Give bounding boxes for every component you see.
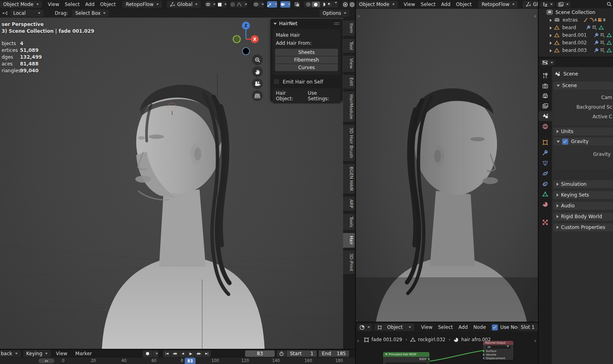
beard-001-expand-arrow[interactable] bbox=[550, 32, 554, 38]
use-nodes-checkbox[interactable] bbox=[492, 324, 498, 330]
play-button[interactable]: ▶ bbox=[187, 350, 195, 357]
sidebar-tab-3d-hair-brush[interactable]: 3D Hair Brush bbox=[343, 124, 355, 161]
hair-model-dropdown[interactable] bbox=[383, 362, 429, 364]
keying-sets-panel-header[interactable]: Keying Sets bbox=[553, 191, 613, 199]
end-frame-field[interactable]: End185 bbox=[319, 350, 349, 357]
sidebar-tab-item[interactable]: Item bbox=[343, 20, 355, 36]
audio-panel-header[interactable]: Audio bbox=[553, 202, 613, 210]
current-frame-field[interactable]: 83 bbox=[245, 350, 275, 357]
sidebar-tab-edit[interactable]: Edit bbox=[343, 74, 355, 89]
start-frame-field[interactable]: Start1 bbox=[287, 350, 317, 357]
render-preview-icon[interactable] bbox=[342, 1, 348, 8]
orientation-dropdown-right[interactable]: Global bbox=[523, 1, 538, 8]
retopoflow-dropdown[interactable]: RetopoFlow bbox=[122, 1, 162, 8]
particles-tab-icon[interactable] bbox=[542, 160, 548, 166]
shader-menu-node[interactable]: Node bbox=[471, 324, 489, 331]
world-tab-icon[interactable] bbox=[542, 123, 548, 129]
shader-canvas[interactable]: Material Output All Surface Volume Displ… bbox=[356, 332, 538, 364]
menu-add[interactable]: Add bbox=[82, 1, 97, 8]
output-tab-icon[interactable] bbox=[542, 93, 548, 99]
outliner-search-icon[interactable] bbox=[607, 2, 612, 7]
custom-properties-panel-header[interactable]: Custom Properties bbox=[553, 223, 613, 231]
sidebar-tab-3d-print[interactable]: 3D-Print bbox=[343, 250, 355, 274]
sidebar-tab-tools[interactable]: Tools bbox=[343, 213, 355, 231]
visibility-icon[interactable] bbox=[254, 1, 264, 8]
separator-outliner-properties[interactable] bbox=[539, 57, 613, 58]
navigation-gizmo[interactable]: Z X bbox=[230, 19, 267, 59]
playback-dropdown[interactable]: back bbox=[0, 350, 21, 357]
outliner-row-scene-collection[interactable]: Scene Collection bbox=[539, 8, 613, 16]
material-output-node[interactable]: Material Output All Surface Volume Displ… bbox=[483, 341, 513, 360]
physics-tab-icon[interactable] bbox=[542, 171, 548, 177]
viewport-perspective-button[interactable] bbox=[252, 90, 263, 101]
bsdf-socket[interactable] bbox=[428, 358, 429, 360]
retopoflow-dropdown-right[interactable]: RetopoFlow bbox=[478, 1, 518, 8]
timeline-scrollbar[interactable]: ↔ bbox=[38, 358, 54, 363]
displacement-socket[interactable] bbox=[483, 357, 484, 359]
timeline-menu-marker[interactable]: Marker bbox=[72, 350, 94, 357]
viewport-zoom-button[interactable] bbox=[252, 54, 263, 65]
material-tab-icon[interactable] bbox=[542, 201, 548, 207]
shader-breadcrumb-left-arrow[interactable]: › bbox=[357, 338, 359, 344]
gravity-panel-header[interactable]: Gravity bbox=[553, 137, 613, 145]
shading-solid-icon[interactable] bbox=[312, 2, 320, 7]
mode-dropdown[interactable]: Object Mode bbox=[0, 1, 42, 8]
separator-vertical-main[interactable] bbox=[355, 0, 356, 364]
gravity-checkbox[interactable] bbox=[562, 139, 568, 145]
outliner-row-beard-003[interactable]: beard.003 bbox=[539, 46, 613, 54]
sidebar-tab-view[interactable]: View bbox=[343, 55, 355, 72]
proportional-falloff-icon[interactable] bbox=[218, 1, 227, 8]
shader-menu-select[interactable]: Select bbox=[435, 324, 455, 331]
constraints-tab-icon[interactable] bbox=[542, 181, 548, 187]
beard-expand-arrow[interactable] bbox=[550, 25, 554, 30]
beard-002-expand-arrow[interactable] bbox=[550, 40, 554, 46]
orientation-dropdown[interactable]: Global bbox=[167, 1, 201, 8]
shading-wireframe-icon[interactable] bbox=[305, 2, 312, 7]
overlays-toggle-icon[interactable] bbox=[280, 1, 290, 8]
simulation-panel-header[interactable]: Simulation bbox=[553, 180, 613, 188]
outliner-row-beard[interactable]: beard bbox=[539, 24, 613, 31]
menu-select-right[interactable]: Select bbox=[418, 1, 438, 8]
extras-expand-arrow[interactable] bbox=[550, 17, 554, 23]
tool-tab-icon[interactable] bbox=[542, 73, 548, 79]
drag-tool-dropdown[interactable]: Select Box bbox=[72, 10, 109, 17]
editor-type-dropdown[interactable] bbox=[357, 324, 372, 331]
outliner-display-mode[interactable] bbox=[556, 2, 571, 7]
shader-menu-add[interactable]: Add bbox=[456, 324, 471, 331]
pivot-dropdown[interactable]: Local bbox=[10, 10, 44, 17]
sidebar-tab-arp[interactable]: ARP bbox=[343, 196, 355, 211]
keying-dropdown[interactable]: Keying bbox=[23, 350, 51, 357]
shader-sidebar-arrow[interactable]: ‹ bbox=[534, 338, 536, 344]
play-reverse-button[interactable]: ◀ bbox=[179, 350, 187, 357]
hairnet-collapse-toggle[interactable] bbox=[274, 21, 279, 26]
slot-selector[interactable]: Slot 1 bbox=[518, 324, 538, 331]
viewport-camera-button[interactable] bbox=[252, 78, 263, 89]
shading-rendered-icon[interactable] bbox=[327, 2, 337, 7]
next-keyframe-button[interactable]: ◆▶ bbox=[195, 350, 203, 357]
fibermesh-button[interactable]: Fibermesh bbox=[275, 56, 338, 64]
breadcrumb-object[interactable]: fade 001.029 bbox=[371, 337, 402, 342]
jump-to-end-button[interactable]: ▶| bbox=[203, 350, 211, 357]
emit-hair-checkbox[interactable] bbox=[274, 79, 280, 85]
modifiers-tab-icon[interactable] bbox=[542, 150, 548, 156]
proportional-editing-icon[interactable] bbox=[230, 1, 236, 8]
surface-socket[interactable] bbox=[483, 350, 484, 352]
curves-button[interactable]: Curves bbox=[275, 64, 338, 72]
menu-add-right[interactable]: Add bbox=[438, 1, 453, 8]
gizmos-toggle-icon[interactable] bbox=[267, 1, 277, 8]
prev-keyframe-button[interactable]: ◀◆ bbox=[171, 350, 179, 357]
model-head-left[interactable] bbox=[94, 63, 270, 349]
options-dropdown[interactable]: Options bbox=[319, 10, 349, 17]
viewport-pan-button[interactable] bbox=[252, 66, 263, 77]
timeline-ruler[interactable]: ↔ 0 20 40 60 8 100 120 140 160 180 83 bbox=[0, 358, 355, 364]
snapping-icon[interactable] bbox=[206, 1, 216, 8]
texture-tab-icon[interactable] bbox=[542, 219, 548, 225]
xray-toggle-icon[interactable] bbox=[294, 1, 300, 8]
menu-view-right[interactable]: View bbox=[401, 1, 418, 8]
jump-to-start-button[interactable]: |◀ bbox=[163, 350, 171, 357]
shader-object-dropdown[interactable]: Object bbox=[374, 324, 414, 331]
mode-dropdown-right[interactable]: Object Mode bbox=[356, 1, 398, 8]
sidebar-tab-hairmodule[interactable]: HairModule bbox=[343, 91, 355, 123]
menu-object[interactable]: Object bbox=[97, 1, 118, 8]
principled-hair-node[interactable]: Principled Hair BSDF BSDF bbox=[383, 352, 429, 364]
